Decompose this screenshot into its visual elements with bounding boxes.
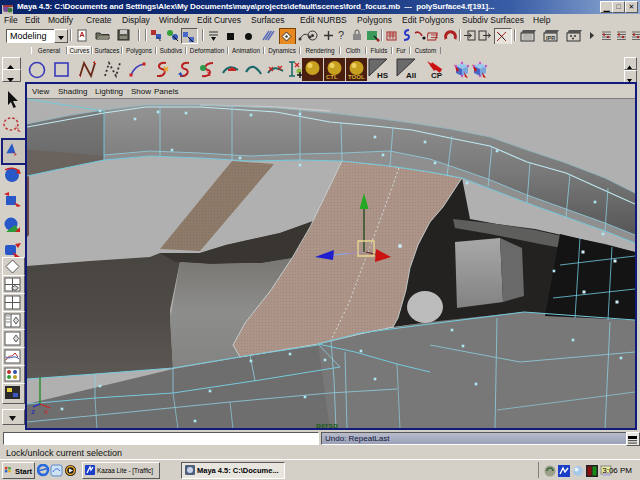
svg-text:?: ? bbox=[338, 29, 344, 41]
svg-text:All: All bbox=[406, 71, 416, 80]
svg-text:HS: HS bbox=[377, 71, 389, 80]
svg-text:z: z bbox=[31, 407, 35, 416]
svg-text:TOOL: TOOL bbox=[348, 74, 365, 80]
svg-text:CTL: CTL bbox=[326, 74, 338, 80]
svg-text:x: x bbox=[44, 407, 48, 416]
svg-text:IPR: IPR bbox=[546, 35, 555, 41]
svg-text:CP: CP bbox=[431, 71, 443, 80]
svg-text:persp: persp bbox=[316, 421, 338, 428]
